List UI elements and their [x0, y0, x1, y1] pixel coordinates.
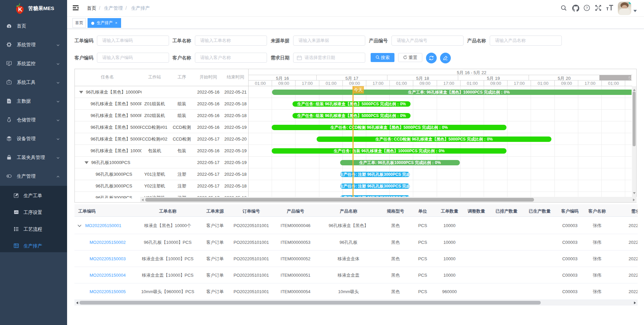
svg-text:K: K [18, 6, 22, 13]
svg-text:?: ? [586, 6, 588, 10]
